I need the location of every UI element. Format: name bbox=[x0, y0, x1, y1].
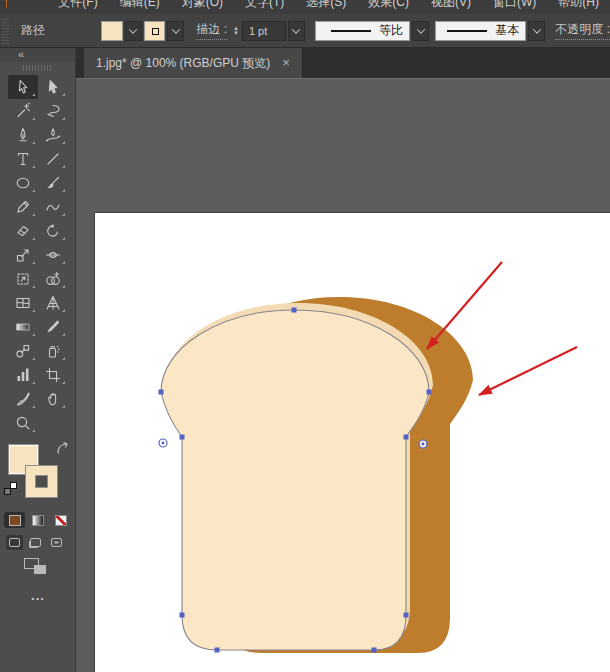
anchor-point[interactable] bbox=[427, 390, 432, 395]
color-swatch-icon bbox=[9, 515, 21, 526]
hand-tool-icon bbox=[45, 391, 61, 407]
anchor-point[interactable] bbox=[180, 435, 185, 440]
selection-tool[interactable] bbox=[8, 75, 38, 99]
magic-wand-tool[interactable] bbox=[8, 99, 38, 123]
live-corner-widget[interactable] bbox=[159, 439, 167, 447]
default-fill-stroke-icon[interactable] bbox=[4, 482, 17, 495]
swap-fill-stroke-icon[interactable] bbox=[56, 442, 69, 455]
artboard-tool[interactable] bbox=[38, 363, 68, 387]
control-bar-gripper[interactable] bbox=[2, 18, 9, 44]
paintbrush-tool[interactable] bbox=[38, 171, 68, 195]
canvas-area[interactable] bbox=[76, 78, 610, 672]
tools-panel-gripper[interactable] bbox=[23, 65, 53, 71]
stroke-weight-label[interactable]: 描边 : bbox=[196, 21, 227, 40]
opacity-label[interactable]: 不透明度 : bbox=[555, 21, 610, 40]
tab-close-icon[interactable]: × bbox=[282, 57, 290, 69]
shape-builder-tool[interactable] bbox=[38, 267, 68, 291]
menu-item-select[interactable]: 选择(S) bbox=[295, 0, 357, 14]
menu-item-effect[interactable]: 效果(C) bbox=[357, 0, 420, 14]
illustrator-window: 文件(F)编辑(E)对象(O)文字(T)选择(S)效果(C)视图(V)窗口(W)… bbox=[0, 0, 610, 672]
pen-tool-icon bbox=[15, 127, 31, 143]
menu-item-help[interactable]: 帮助(H) bbox=[547, 0, 610, 14]
brush-definition-select[interactable]: 基本 bbox=[435, 21, 526, 41]
type-tool-icon bbox=[15, 151, 31, 167]
annotation-arrow-2[interactable] bbox=[479, 347, 577, 395]
menu-item-view[interactable]: 视图(V) bbox=[420, 0, 482, 14]
brush-definition-dropdown[interactable] bbox=[528, 21, 545, 41]
free-transform-tool-icon bbox=[15, 271, 31, 287]
eraser-tool[interactable] bbox=[8, 219, 38, 243]
tools-panel-collapse-button[interactable]: « bbox=[0, 48, 75, 62]
stepper-down-icon[interactable]: ▼ bbox=[233, 31, 239, 36]
none-button[interactable] bbox=[50, 512, 71, 528]
control-bar: 路径 描边 : ▲▼ 1 pt 等比 基本 不透明度 : bbox=[0, 14, 610, 48]
curvature-tool-icon bbox=[45, 127, 61, 143]
workspace-switch-icon[interactable] bbox=[21, 0, 22, 8]
pen-tool[interactable] bbox=[8, 123, 38, 147]
pencil-tool[interactable] bbox=[8, 195, 38, 219]
chevron-down-icon bbox=[292, 25, 300, 33]
slice-tool[interactable] bbox=[8, 387, 38, 411]
slice-tool-icon bbox=[15, 391, 31, 407]
fill-color-dropdown[interactable] bbox=[125, 21, 142, 41]
stroke-color-swatch[interactable] bbox=[144, 21, 166, 41]
magic-wand-tool-icon bbox=[15, 103, 31, 119]
annotation-arrow-1[interactable] bbox=[427, 262, 502, 349]
anchor-point[interactable] bbox=[292, 308, 297, 313]
gradient-button[interactable] bbox=[27, 512, 48, 528]
draw-normal-button[interactable] bbox=[6, 535, 23, 550]
scale-tool[interactable] bbox=[8, 243, 38, 267]
hand-tool[interactable] bbox=[38, 387, 68, 411]
rotate-tool[interactable] bbox=[38, 219, 68, 243]
blend-tool-icon bbox=[15, 343, 31, 359]
width-profile-dropdown[interactable] bbox=[412, 21, 429, 41]
more-tools-button[interactable]: ... bbox=[0, 588, 76, 603]
stroke-weight-value[interactable]: 1 pt bbox=[242, 21, 286, 41]
mesh-tool[interactable] bbox=[8, 291, 38, 315]
menu-item-edit[interactable]: 编辑(E) bbox=[109, 0, 171, 14]
anchor-point[interactable] bbox=[180, 613, 185, 618]
lasso-tool[interactable] bbox=[38, 99, 68, 123]
bread-slice-shape-selected[interactable] bbox=[161, 310, 429, 650]
blend-tool[interactable] bbox=[8, 339, 38, 363]
symbol-sprayer-tool[interactable] bbox=[38, 339, 68, 363]
gradient-tool[interactable] bbox=[8, 315, 38, 339]
curvature-tool[interactable] bbox=[38, 123, 68, 147]
bread-illustration bbox=[76, 79, 610, 672]
shaper-tool[interactable] bbox=[38, 195, 68, 219]
line-segment-tool[interactable] bbox=[38, 147, 68, 171]
live-corner-widget[interactable] bbox=[419, 440, 427, 448]
direct-selection-tool[interactable] bbox=[38, 75, 68, 99]
document-tab[interactable]: 1.jpg* @ 100% (RGB/GPU 预览) × bbox=[84, 48, 303, 78]
anchor-point[interactable] bbox=[404, 435, 409, 440]
stroke-weight-dropdown[interactable] bbox=[288, 21, 305, 41]
screen-mode-button[interactable] bbox=[24, 558, 46, 574]
menu-item-object[interactable]: 对象(O) bbox=[171, 0, 234, 14]
stroke-color-control[interactable] bbox=[26, 466, 57, 497]
free-transform-tool[interactable] bbox=[8, 267, 38, 291]
fill-color-swatch[interactable] bbox=[101, 21, 123, 41]
anchor-point[interactable] bbox=[372, 648, 377, 653]
column-graph-tool[interactable] bbox=[8, 363, 38, 387]
anchor-point[interactable] bbox=[215, 648, 220, 653]
zoom-tool[interactable] bbox=[8, 411, 38, 435]
stroke-color-dropdown[interactable] bbox=[167, 21, 184, 41]
anchor-point[interactable] bbox=[404, 613, 409, 618]
stroke-weight-stepper[interactable]: ▲▼ bbox=[233, 26, 239, 36]
type-tool[interactable] bbox=[8, 147, 38, 171]
width-profile-select[interactable]: 等比 bbox=[315, 21, 410, 41]
menu-item-window[interactable]: 窗口(W) bbox=[482, 0, 547, 14]
paintbrush-tool-icon bbox=[45, 175, 61, 191]
app-logo-icon[interactable] bbox=[6, 0, 7, 8]
menu-item-file[interactable]: 文件(F) bbox=[47, 0, 108, 14]
ellipse-tool[interactable] bbox=[8, 171, 38, 195]
draw-behind-button[interactable] bbox=[27, 535, 44, 550]
color-button[interactable] bbox=[4, 512, 25, 528]
width-tool[interactable] bbox=[38, 243, 68, 267]
anchor-point[interactable] bbox=[159, 390, 164, 395]
perspective-grid-tool[interactable] bbox=[38, 291, 68, 315]
menu-item-type[interactable]: 文字(T) bbox=[234, 0, 295, 14]
draw-inside-button[interactable] bbox=[48, 535, 65, 550]
eyedropper-tool[interactable] bbox=[38, 315, 68, 339]
chevron-down-icon bbox=[533, 25, 541, 33]
